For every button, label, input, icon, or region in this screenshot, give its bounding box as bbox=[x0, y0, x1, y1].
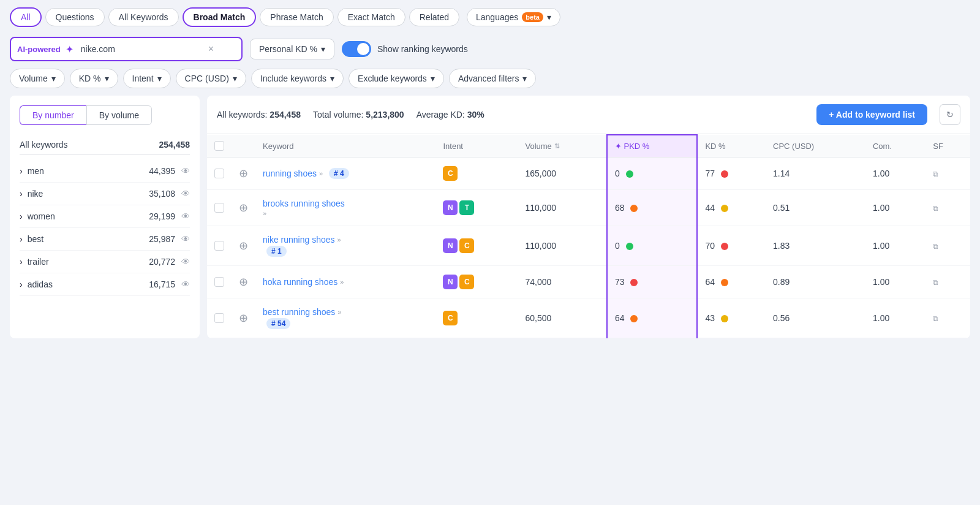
add-to-keyword-list-button[interactable]: + Add to keyword list bbox=[816, 104, 927, 125]
filter-exclude-label: Exclude keywords bbox=[358, 74, 427, 83]
group-label[interactable]: trailer bbox=[28, 257, 49, 267]
row-checkbox[interactable] bbox=[214, 203, 224, 213]
eye-icon[interactable]: 👁 bbox=[181, 211, 190, 221]
keyword-link[interactable]: best running shoes bbox=[263, 307, 335, 317]
sf-cell: ⧉ bbox=[925, 158, 970, 190]
add-keyword-icon[interactable]: ⊕ bbox=[239, 167, 248, 180]
keyword-groups: All keywords 254,458 › men 44,395 👁 › ni… bbox=[20, 135, 190, 296]
column-header-volume: Volume ⇅ bbox=[518, 135, 606, 158]
group-label[interactable]: nike bbox=[28, 189, 43, 199]
tab-exact-match[interactable]: Exact Match bbox=[337, 8, 405, 26]
kd-cell: 64 bbox=[697, 266, 766, 298]
volume-cell: 110,000 bbox=[518, 226, 606, 266]
eye-icon[interactable]: 👁 bbox=[181, 189, 190, 199]
row-checkbox[interactable] bbox=[214, 277, 224, 287]
intent-badge-n: N bbox=[443, 275, 458, 289]
chevron-right-icon[interactable]: › bbox=[20, 166, 23, 176]
refresh-button[interactable]: ↻ bbox=[940, 104, 960, 125]
filter-kd[interactable]: KD % ▾ bbox=[70, 69, 118, 88]
column-header-com: Com. bbox=[865, 135, 925, 158]
summary-all-keywords: All keywords: 254,458 bbox=[217, 110, 301, 120]
group-label[interactable]: best bbox=[28, 234, 43, 244]
column-header-keyword: Keyword bbox=[255, 135, 435, 158]
eye-icon[interactable]: 👁 bbox=[181, 166, 190, 176]
by-number-button[interactable]: By number bbox=[20, 105, 86, 125]
clear-icon[interactable]: × bbox=[206, 41, 216, 57]
select-all-checkbox[interactable] bbox=[214, 141, 224, 151]
keyword-list-header: All keywords 254,458 bbox=[20, 135, 190, 155]
filter-volume[interactable]: Volume ▾ bbox=[10, 69, 65, 88]
chevron-right-icon[interactable]: › bbox=[20, 189, 23, 199]
add-keyword-icon[interactable]: ⊕ bbox=[239, 312, 248, 324]
intent-badge-c: C bbox=[443, 311, 458, 325]
intent-badge-c: C bbox=[443, 166, 458, 181]
external-icon[interactable]: ⧉ bbox=[933, 170, 938, 178]
personal-kd-button[interactable]: Personal KD % ▾ bbox=[250, 39, 334, 59]
intent-badge-c: C bbox=[459, 238, 474, 253]
filter-include-label: Include keywords bbox=[260, 74, 326, 83]
sort-icon[interactable]: ⇅ bbox=[554, 142, 560, 150]
tab-broad-match[interactable]: Broad Match bbox=[183, 7, 257, 27]
intent-badge-n: N bbox=[443, 238, 458, 253]
external-icon[interactable]: ⧉ bbox=[933, 278, 938, 287]
external-icon[interactable]: ⧉ bbox=[933, 314, 938, 323]
rank-badge: # 1 bbox=[266, 246, 287, 257]
chevron-down-icon: ▾ bbox=[157, 74, 162, 83]
tab-all[interactable]: All bbox=[10, 7, 42, 27]
add-keyword-icon[interactable]: ⊕ bbox=[239, 240, 248, 252]
column-header-intent: Intent bbox=[435, 135, 518, 158]
chevron-right-icon[interactable]: › bbox=[20, 257, 23, 267]
chevron-right-icon[interactable]: › bbox=[20, 234, 23, 244]
tab-related[interactable]: Related bbox=[409, 8, 459, 26]
all-keywords-count: 254,458 bbox=[159, 140, 190, 150]
external-icon[interactable]: ⧉ bbox=[933, 242, 938, 251]
chevron-right-icon[interactable]: › bbox=[20, 279, 23, 289]
keyword-link[interactable]: hoka running shoes bbox=[263, 277, 337, 287]
filter-exclude-keywords[interactable]: Exclude keywords ▾ bbox=[349, 69, 444, 88]
summary-avg-kd-value: 30% bbox=[467, 110, 484, 120]
eye-icon[interactable]: 👁 bbox=[181, 257, 190, 267]
keyword-link[interactable]: running shoes bbox=[263, 169, 317, 178]
eye-icon[interactable]: 👁 bbox=[181, 234, 190, 244]
cpc-cell: 0.51 bbox=[766, 190, 865, 226]
add-keyword-icon[interactable]: ⊕ bbox=[239, 202, 248, 214]
row-checkbox[interactable] bbox=[214, 241, 224, 251]
kd-dot-orange bbox=[721, 279, 728, 286]
pkd-dot-red bbox=[630, 279, 638, 286]
keyword-cell: running shoes » # 4 bbox=[255, 158, 435, 190]
table-row: ⊕ running shoes » # 4 C 165,000 0 bbox=[207, 158, 970, 190]
keyword-cell: best running shoes » # 54 bbox=[255, 298, 435, 338]
tab-phrase-match[interactable]: Phrase Match bbox=[260, 8, 333, 26]
add-keyword-icon[interactable]: ⊕ bbox=[239, 276, 248, 288]
filter-advanced[interactable]: Advanced filters ▾ bbox=[449, 69, 537, 88]
external-icon[interactable]: ⧉ bbox=[933, 204, 938, 213]
filter-intent[interactable]: Intent ▾ bbox=[123, 69, 171, 88]
kd-cell: 77 bbox=[697, 158, 766, 190]
keyword-link[interactable]: brooks running shoes bbox=[263, 199, 345, 208]
group-label[interactable]: adidas bbox=[28, 279, 53, 289]
by-volume-button[interactable]: By volume bbox=[86, 105, 152, 125]
group-label[interactable]: men bbox=[28, 166, 44, 176]
eye-icon[interactable]: 👁 bbox=[181, 279, 190, 289]
search-input[interactable] bbox=[78, 38, 201, 60]
volume-cell: 74,000 bbox=[518, 266, 606, 298]
chevron-down-icon: ▾ bbox=[321, 44, 325, 54]
chevron-down-icon: ▾ bbox=[105, 74, 109, 83]
row-checkbox[interactable] bbox=[214, 169, 224, 178]
tab-all-keywords[interactable]: All Keywords bbox=[108, 8, 179, 26]
chevron-right-icon[interactable]: › bbox=[20, 211, 23, 221]
row-checkbox[interactable] bbox=[214, 313, 224, 323]
summary-total-volume-value: 5,213,800 bbox=[366, 110, 404, 120]
filter-include-keywords[interactable]: Include keywords ▾ bbox=[251, 69, 344, 88]
filter-cpc-label: CPC (USD) bbox=[185, 74, 229, 83]
keyword-table: Keyword Intent Volume ⇅ ✦ PKD % bbox=[207, 134, 970, 338]
pkd-cell: 64 bbox=[607, 298, 697, 338]
group-label[interactable]: women bbox=[28, 211, 55, 221]
arrows-icon: » bbox=[340, 278, 344, 286]
filter-cpc[interactable]: CPC (USD) ▾ bbox=[176, 69, 246, 88]
main-content: By number By volume All keywords 254,458… bbox=[0, 96, 980, 338]
keyword-link[interactable]: nike running shoes bbox=[263, 235, 335, 245]
languages-button[interactable]: Languages beta ▾ bbox=[467, 8, 560, 26]
show-ranking-toggle[interactable] bbox=[342, 41, 371, 57]
tab-questions[interactable]: Questions bbox=[45, 8, 105, 26]
